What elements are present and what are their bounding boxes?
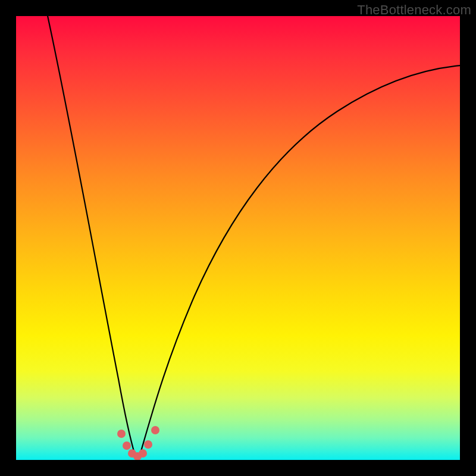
curve-right-branch [140, 65, 460, 455]
curve-marker [139, 449, 147, 458]
curve-marker [123, 441, 131, 450]
curve-marker [128, 449, 136, 458]
watermark-text: TheBottleneck.com [357, 2, 471, 18]
bottleneck-curve [16, 16, 460, 460]
curve-marker [133, 452, 142, 460]
curve-marker [117, 430, 126, 438]
curve-left-branch [47, 16, 135, 455]
curve-bottom-joint [135, 455, 140, 457]
curve-marker [151, 426, 159, 434]
chart-plot-area [16, 16, 460, 460]
curve-marker-cluster [117, 426, 159, 460]
curve-marker [144, 440, 152, 449]
